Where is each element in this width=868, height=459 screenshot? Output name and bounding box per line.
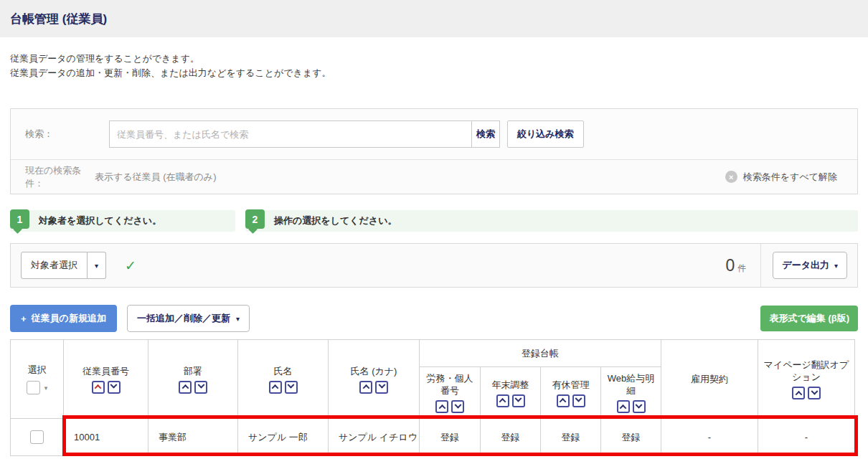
clear-circle-icon: × [725,171,737,183]
col-header-name: 氏名 [238,340,329,419]
sort-down-icon [197,382,204,389]
table-header-group-row: 選択 ▾ 従業員番号 部署 [11,340,855,367]
employee-table: 選択 ▾ 従業員番号 部署 [10,339,855,456]
sort-desc-button[interactable] [375,381,388,394]
sort-up-icon [272,384,279,392]
sort-desc-button[interactable] [633,400,646,413]
step-1-number-badge: 1 [10,209,29,229]
sort-down-icon [110,382,118,389]
sort-up-icon [362,384,369,392]
sort-up-icon [438,404,445,411]
sort-desc-button[interactable] [572,394,585,407]
cell-web-payslip[interactable]: 登録 [601,419,661,456]
sort-down-icon [811,387,818,394]
sort-up-icon [560,398,567,405]
panel-divider [760,243,761,288]
selected-count-value: 0 [726,256,735,275]
col-header-employment-contract: 雇用契約 [661,340,758,419]
cell-year-end-adjustment[interactable]: 登録 [481,419,541,456]
add-employee-label: 従業員の新規追加 [32,312,106,325]
current-conditions-row: 現在の検索条件： 表示する従業員 (在職者のみ) × 検索条件をすべて解除 [11,159,857,194]
sort-desc-button[interactable] [451,400,464,413]
step-1-banner: 1 対象者を選択してください。 [10,210,235,232]
caret-down-icon: ▾ [95,262,98,270]
cell-name: サンプル 一郎 [238,419,329,456]
cell-employee-number: 10001 [64,419,148,456]
search-panel: 検索： 検索 絞り込み検索 現在の検索条件： 表示する従業員 (在職者のみ) ×… [10,108,858,194]
sort-desc-button[interactable] [194,381,207,394]
description-line-2: 従業員データの追加・更新・削除、または出力などをすることができます。 [10,66,858,80]
sort-asc-button[interactable] [557,394,570,407]
sort-asc-button[interactable] [92,381,105,394]
current-conditions-label: 現在の検索条件： [25,164,95,190]
clear-all-conditions-label: 検索条件をすべて解除 [743,171,837,184]
target-select-split-button[interactable]: 対象者選択 ▾ [21,252,106,279]
table-edit-beta-button[interactable]: 表形式で編集 (β版) [760,306,858,331]
search-row: 検索： 検索 絞り込み検索 [11,109,857,159]
sort-desc-button[interactable] [808,387,821,399]
data-output-label: データ出力 [782,259,829,272]
cell-mypage-translation: - [758,419,855,456]
sort-asc-button[interactable] [435,400,448,413]
step-2-banner: 2 操作の選択をしてください。 [245,210,858,232]
select-all-caret-icon[interactable]: ▾ [44,384,48,392]
page-description: 従業員データの管理をすることができます。 従業員データの追加・更新・削除、または… [10,52,858,80]
row-checkbox[interactable] [30,430,44,444]
caret-down-icon: ▾ [834,262,838,270]
steps-row: 1 対象者を選択してください。 2 操作の選択をしてください。 [10,210,858,232]
caret-down-icon: ▾ [236,315,240,323]
page-title: 台帳管理 (従業員) [10,11,107,27]
cell-leave-management[interactable]: 登録 [541,419,601,456]
cell-employment-contract: - [661,419,758,456]
sort-asc-button[interactable] [496,394,509,407]
col-header-year-end-adjustment: 年末調整 [481,367,541,419]
target-select-caret-button[interactable]: ▾ [88,252,106,279]
sort-up-icon [620,404,627,411]
sort-up-icon [795,390,802,397]
col-header-employee-number: 従業員番号 [64,340,148,419]
filter-search-button[interactable]: 絞り込み検索 [507,120,584,148]
clear-all-conditions-button[interactable]: × 検索条件をすべて解除 [725,171,837,184]
sort-asc-button[interactable] [269,381,282,394]
data-output-button[interactable]: データ出力 ▾ [773,252,847,279]
col-header-leave-management: 有休管理 [541,367,601,419]
bulk-button-label: 一括追加／削除／更新 [137,312,230,325]
sort-asc-button[interactable] [792,387,805,399]
cell-labor-personal-number[interactable]: 登録 [420,419,481,456]
cell-name-kana: サンプル イチロウ [329,419,420,456]
sort-down-icon [636,401,643,408]
sort-desc-button[interactable] [285,381,298,394]
col-header-select: 選択 ▾ [11,340,64,419]
search-input[interactable] [109,120,472,148]
sort-up-icon [181,384,189,392]
col-header-labor-personal-number: 労務・個人番号 [420,367,481,419]
col-header-mypage-translation: マイページ翻訳オプション [758,340,855,419]
col-header-name-kana: 氏名 (カナ) [329,340,420,419]
check-icon: ✓ [125,257,136,274]
sort-up-icon [499,398,506,405]
sort-desc-button[interactable] [108,381,121,394]
step-2-number-badge: 2 [245,209,265,229]
add-employee-button[interactable]: + 従業員の新規追加 [10,305,117,332]
sort-up-icon [95,384,102,392]
sort-down-icon [515,395,522,402]
sort-desc-button[interactable] [512,394,525,407]
select-all-checkbox[interactable] [27,381,40,394]
table-row[interactable]: 10001 事業部 サンプル 一郎 サンプル イチロウ 登録 登録 登録 登録 … [11,419,855,456]
sort-asc-button[interactable] [359,381,372,394]
sort-down-icon [575,395,582,402]
current-conditions-value: 表示する従業員 (在職者のみ) [95,171,217,184]
col-group-header-ledgers: 登録台帳 [420,340,661,367]
bulk-add-delete-update-button[interactable]: 一括追加／削除／更新 ▾ [127,305,250,332]
col-header-web-payslip: Web給与明細 [601,367,661,419]
cell-department: 事業部 [148,419,238,456]
search-label: 検索： [25,128,109,141]
sort-asc-button[interactable] [179,381,192,394]
step-1-label: 対象者を選択してください。 [39,214,161,227]
sort-asc-button[interactable] [617,400,630,413]
page-header: 台帳管理 (従業員) [0,0,868,37]
target-select-button[interactable]: 対象者選択 [21,252,88,279]
search-button[interactable]: 検索 [471,120,500,148]
sort-down-icon [378,382,385,389]
description-line-1: 従業員データの管理をすることができます。 [10,52,858,66]
